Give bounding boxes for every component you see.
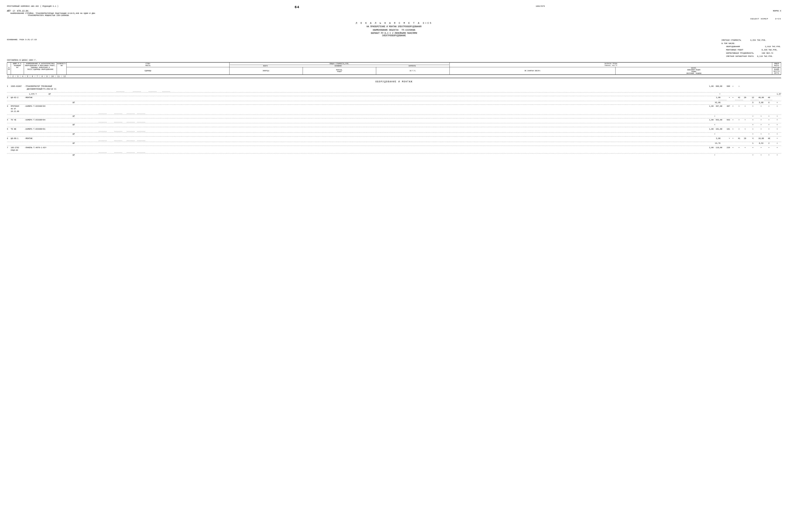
subtitle: НА ПРИОБРЕТЕНИЕ И МОНТАЖ ЭЛЕКТРООБОРУДОВ…	[7, 25, 781, 28]
table-row: 4 ТО ЧЕ -КАМЕРА Т.КСО386=04 1,00 563,00 …	[7, 119, 781, 121]
section-title: ОБОРУДОВАНИЕ И МОНТАЖ	[7, 81, 781, 83]
title-block: Л О К А Л Ь Н А Я С М Е Т А 3=С5 НА ПРИО…	[7, 22, 781, 37]
page-number: 64	[295, 5, 299, 9]
doc-id: 10017075	[536, 5, 545, 7]
items-container: 1 1505-01007 -ТРАНСФОРМАТОР ТРЕХФАЗНЫЙ Д…	[7, 85, 781, 157]
table-row: 2 Ц8-62-2 -МОНТАЖ 1,00 • • 42 20 12 40,0…	[7, 96, 781, 99]
naim-obj: НАИМЕНОВАНИЕ ОБЪЕКТА= ТП-1Х250КВА	[7, 29, 781, 32]
naim-stroyki: НАИМЕНОВАНИЕ СТРОЙКИ- ТРАНСФОРМАТОРНЫЕ П…	[11, 12, 95, 14]
table-row-sub: ШТ • • • • •	[7, 133, 781, 136]
forma: ФОРМА 5	[773, 10, 781, 12]
object-label: ОБЪЕКТ НОМЕР	[750, 18, 768, 20]
summary-block: СМЕТНАЯ СТОИМОСТЬ 3,254 ТНС.РУБ. В ТОМ Ч…	[722, 39, 781, 58]
table-row: 7 185-2782СКЦ3-84 -ПАНЕЛЬ Т.4070-1-02= 2…	[7, 146, 781, 151]
main-title: Л О К А Л Ь Н А Я С М Е Т А 3=С5	[7, 22, 781, 24]
variant1: ВАРИАНТ РУ-0,4 С 2 ЛИНЕЙНЫМИ ПАНЕЛЯМИ	[7, 32, 781, 35]
column-numbers: 1 : 2 : 3 : 4 : 5 : 6 : 7 : 8 : 9 : 10 :…	[7, 75, 781, 78]
table-row: 3 ПРОТОКОЛ46 ОТ10.12.86 -КАМЕРА Т.КСО386…	[7, 105, 781, 113]
table-row: 1 1505-01007 -ТРАНСФОРМАТОР ТРЕХФАЗНЫЙ Д…	[7, 85, 781, 90]
doc-number: ИЙ7 -3- 479.13.84.	[7, 10, 95, 12]
table-row-sub: ШТ 42,00 5 5,80 6 •	[7, 101, 781, 104]
page-header: ПРОГРАММНЫЙ КОМПЛЕКС АВС-3ЕС ( РЕДАКЦИЯ …	[7, 5, 781, 9]
naim-stroyki2: ТРАНСФОРМАТОРА МОЩНОСТЬЮ 160÷1000КВА	[28, 14, 95, 17]
osnov: ОСНОВАНИЕ: РАЗА Э.Л1-17.СО	[7, 39, 37, 41]
object-num: 3=С5	[775, 18, 781, 20]
table-row: 6 Ц8-88-1 -МОНТАЖ 3,00 • • 41 28 4 16,00…	[7, 137, 781, 140]
table-row-sub: ШТ • • • • •	[7, 124, 781, 126]
table-row-sub: ШТ • • • • •	[7, 154, 781, 157]
column-header-table: N ПП ШИФР И А: ПОЗИЦИИ ВА НАИМЕНОВАНИЕ И…	[7, 62, 781, 75]
table-row-sub: ШТ • • • • •	[7, 115, 781, 118]
table-row: 5 ТО ЖЕ -КАМЕРА Т.КСО386=01 1,00 181,00 …	[7, 128, 781, 130]
variant2: ЭЛЕКТРООБОРУДОВАНИЕ	[7, 35, 781, 37]
table-row-sub: ШТ 13,70 1 0,53 2 •	[7, 142, 781, 145]
table-row: 1,475 Т ШТ • 1,67	[7, 93, 781, 96]
program-name: ПРОГРАММНЫЙ КОМПЛЕКС АВС-3ЕС ( РЕДАКЦИЯ …	[7, 5, 58, 7]
sostavlena: СОСТАВЛЕНА В ЦЕНАХ 1984 Г.	[7, 59, 781, 61]
